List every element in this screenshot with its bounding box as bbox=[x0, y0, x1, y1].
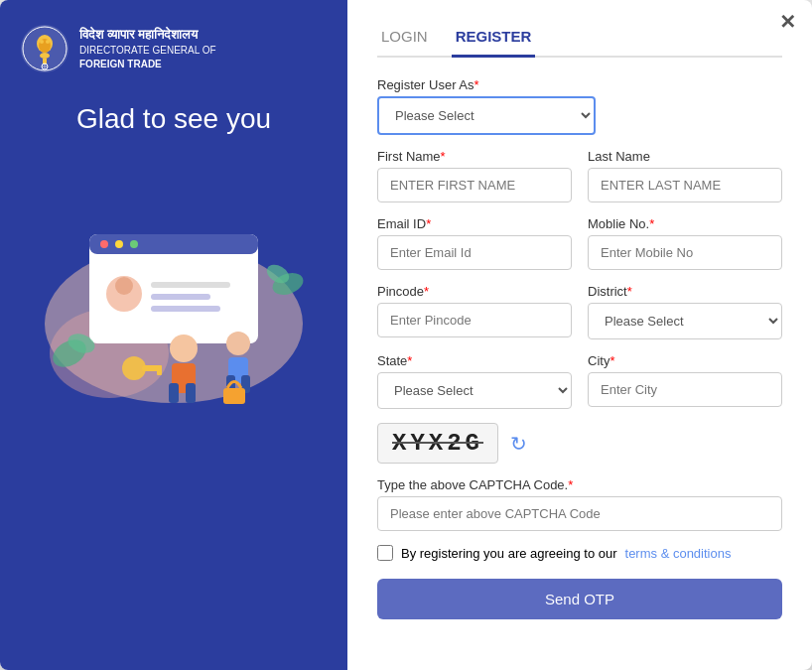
city-label: City* bbox=[588, 353, 782, 368]
svg-rect-22 bbox=[151, 306, 220, 312]
mobile-input[interactable] bbox=[588, 235, 782, 270]
left-panel: विदेश व्यापार महानिदेशालय DIRECTORATE GE… bbox=[0, 0, 347, 670]
district-group: District* Please Select bbox=[588, 284, 782, 339]
illustration-icon bbox=[30, 155, 318, 413]
first-name-group: First Name* bbox=[377, 149, 572, 202]
svg-point-5 bbox=[46, 40, 50, 44]
svg-rect-14 bbox=[89, 234, 258, 254]
svg-rect-21 bbox=[151, 294, 210, 300]
svg-point-17 bbox=[130, 240, 138, 248]
captcha-refresh-icon[interactable]: ↻ bbox=[510, 432, 527, 456]
captcha-image: XYX2G bbox=[377, 423, 498, 464]
captcha-display-row: XYX2G ↻ bbox=[377, 423, 782, 464]
org-name-eng2: FOREIGN TRADE bbox=[79, 58, 216, 71]
terms-checkbox[interactable] bbox=[377, 545, 393, 561]
captcha-code-label: Type the above CAPTCHA Code.* bbox=[377, 477, 782, 492]
modal: विदेश व्यापार महानिदेशालय DIRECTORATE GE… bbox=[0, 0, 812, 670]
mobile-group: Moblie No.* bbox=[588, 216, 782, 270]
first-name-input[interactable] bbox=[377, 168, 572, 202]
org-name-eng1: DIRECTORATE GENERAL OF bbox=[79, 44, 216, 58]
last-name-label: Last Name bbox=[588, 149, 782, 164]
terms-link[interactable]: terms & conditions bbox=[625, 546, 732, 561]
first-name-label: First Name* bbox=[377, 149, 572, 164]
pincode-group: Pincode* bbox=[377, 284, 572, 339]
close-button[interactable]: ✕ bbox=[779, 12, 796, 32]
last-name-group: Last Name bbox=[588, 149, 782, 202]
svg-rect-25 bbox=[169, 383, 179, 403]
svg-rect-20 bbox=[151, 282, 230, 288]
svg-point-19 bbox=[115, 277, 133, 295]
org-name-hindi: विदेश व्यापार महानिदेशालय bbox=[79, 26, 216, 44]
svg-rect-34 bbox=[223, 388, 245, 404]
register-as-label: Register User As* bbox=[377, 77, 596, 92]
email-group: Email ID* bbox=[377, 216, 572, 270]
svg-point-6 bbox=[40, 53, 50, 59]
svg-point-23 bbox=[170, 335, 198, 362]
register-as-row: Register User As* Please Select bbox=[377, 77, 782, 135]
terms-row: By registering you are agreeing to our t… bbox=[377, 545, 782, 561]
district-select[interactable]: Please Select bbox=[588, 303, 782, 339]
send-otp-button[interactable]: Send OTP bbox=[377, 579, 782, 619]
pincode-input[interactable] bbox=[377, 303, 572, 337]
svg-point-15 bbox=[100, 240, 108, 248]
captcha-input-group: Type the above CAPTCHA Code.* bbox=[377, 477, 782, 531]
svg-point-27 bbox=[226, 332, 250, 355]
tab-register[interactable]: REGISTER bbox=[452, 20, 536, 58]
tab-login[interactable]: LOGIN bbox=[377, 20, 432, 58]
state-label: State* bbox=[377, 353, 572, 368]
tabs: LOGIN REGISTER bbox=[377, 20, 782, 58]
svg-point-4 bbox=[40, 40, 44, 44]
email-label: Email ID* bbox=[377, 216, 572, 231]
city-input[interactable] bbox=[588, 372, 782, 407]
district-label: District* bbox=[588, 284, 782, 299]
logo-text: विदेश व्यापार महानिदेशालय DIRECTORATE GE… bbox=[79, 26, 216, 71]
state-group: State* Please Select bbox=[377, 353, 572, 409]
svg-rect-26 bbox=[186, 383, 196, 403]
state-city-row: State* Please Select City* bbox=[377, 353, 782, 409]
state-select[interactable]: Please Select bbox=[377, 372, 572, 409]
captcha-input[interactable] bbox=[377, 496, 782, 531]
mobile-label: Moblie No.* bbox=[588, 216, 782, 231]
emblem-icon bbox=[20, 24, 69, 73]
svg-point-16 bbox=[115, 240, 123, 248]
welcome-headline: Glad to see you bbox=[76, 103, 271, 135]
register-form: Register User As* Please Select First Na… bbox=[377, 77, 782, 619]
register-as-group: Register User As* Please Select bbox=[377, 77, 596, 135]
last-name-input[interactable] bbox=[588, 168, 782, 202]
pincode-label: Pincode* bbox=[377, 284, 572, 299]
svg-rect-33 bbox=[157, 365, 162, 375]
email-mobile-row: Email ID* Moblie No.* bbox=[377, 216, 782, 270]
pincode-district-row: Pincode* District* Please Select bbox=[377, 284, 782, 339]
city-group: City* bbox=[588, 353, 782, 409]
name-row: First Name* Last Name bbox=[377, 149, 782, 202]
register-as-select[interactable]: Please Select bbox=[377, 96, 596, 135]
email-input[interactable] bbox=[377, 235, 572, 270]
logo-area: विदेश व्यापार महानिदेशालय DIRECTORATE GE… bbox=[20, 24, 328, 73]
terms-text: By registering you are agreeing to our bbox=[401, 546, 617, 561]
right-panel: ✕ LOGIN REGISTER Register User As* Pleas… bbox=[347, 0, 812, 670]
